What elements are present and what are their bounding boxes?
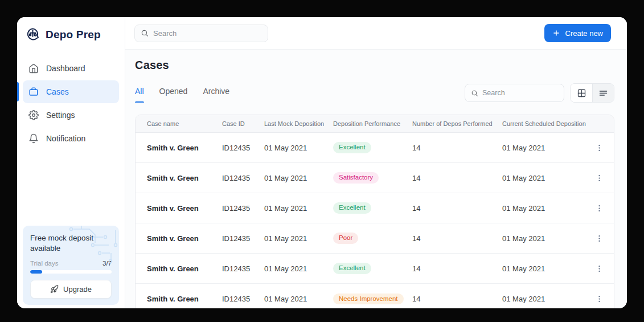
column-header: Last Mock Deposition — [264, 120, 333, 127]
scheduled-cell: 01 May 2021 — [502, 144, 592, 152]
case-id-cell: ID12435 — [222, 174, 264, 182]
tab-opened[interactable]: Opened — [159, 87, 188, 103]
trial-days-label: Trial days — [30, 260, 58, 267]
global-search[interactable] — [134, 25, 268, 42]
kebab-icon — [595, 295, 604, 303]
sidebar-item-label: Settings — [46, 111, 75, 120]
case-id-cell: ID12435 — [222, 144, 264, 152]
create-new-button[interactable]: Create new — [544, 24, 611, 42]
rocket-icon — [50, 285, 59, 294]
kebab-icon — [595, 204, 604, 213]
grid-view-icon — [577, 88, 586, 98]
search-icon — [471, 89, 478, 97]
column-header: Current Scheduled Deposition — [502, 120, 592, 127]
upgrade-button-label: Upgrade — [63, 285, 92, 294]
depos-count-cell: 14 — [412, 204, 502, 213]
depos-count-cell: 14 — [412, 264, 502, 273]
list-view-icon — [598, 88, 608, 98]
column-header: Number of Depos Performed — [412, 120, 502, 127]
create-new-label: Create new — [565, 29, 603, 38]
kebab-icon — [595, 174, 604, 182]
last-mock-cell: 01 May 2021 — [264, 234, 333, 243]
row-menu-button[interactable] — [592, 292, 606, 306]
plus-icon — [552, 29, 560, 37]
tab-archive[interactable]: Archive — [203, 87, 229, 103]
sidebar-item-cases[interactable]: Cases — [23, 80, 119, 103]
row-menu-button[interactable] — [592, 231, 606, 245]
page-title: Cases — [135, 59, 614, 72]
cases-table: Case name Case ID Last Mock Deposition D… — [135, 115, 614, 308]
row-menu-button[interactable] — [592, 141, 606, 154]
table-search-input[interactable] — [482, 89, 558, 97]
trial-card: Free mock deposit available Trial days 3… — [23, 226, 119, 305]
grid-view-button[interactable] — [571, 84, 592, 102]
app-title: Depo Prep — [46, 28, 101, 41]
last-mock-cell: 01 May 2021 — [264, 295, 333, 303]
kebab-icon — [595, 144, 604, 152]
home-icon — [28, 63, 39, 74]
tabs: All Opened Archive — [135, 87, 229, 103]
briefcase-icon — [28, 87, 39, 97]
sidebar-item-notification[interactable]: Notification — [23, 127, 119, 150]
scheduled-cell: 01 May 2021 — [502, 234, 592, 243]
scheduled-cell: 01 May 2021 — [502, 174, 592, 182]
table-search[interactable] — [465, 84, 564, 102]
table-row[interactable]: Smith v. Green ID12435 01 May 2021 Excel… — [136, 254, 614, 284]
row-menu-button[interactable] — [592, 262, 606, 275]
trial-card-title: Free mock deposit available — [30, 233, 104, 254]
bell-icon — [28, 133, 39, 144]
case-name-cell: Smith v. Green — [147, 144, 222, 152]
trial-days-value: 3/7 — [102, 260, 112, 267]
depos-count-cell: 14 — [412, 295, 502, 303]
case-id-cell: ID12435 — [222, 204, 264, 213]
case-name-cell: Smith v. Green — [147, 204, 222, 213]
view-toggle — [570, 83, 614, 103]
sidebar-item-label: Cases — [46, 87, 69, 96]
scheduled-cell: 01 May 2021 — [502, 264, 592, 273]
case-name-cell: Smith v. Green — [147, 234, 222, 243]
depos-count-cell: 14 — [412, 144, 502, 152]
table-row[interactable]: Smith v. Green ID12435 01 May 2021 Excel… — [136, 193, 614, 223]
sidebar-item-label: Dashboard — [46, 64, 85, 73]
tab-all[interactable]: All — [135, 87, 144, 103]
table-row[interactable]: Smith v. Green ID12435 01 May 2021 Needs… — [136, 284, 614, 308]
trial-progress-fill — [30, 270, 42, 274]
sidebar-item-settings[interactable]: Settings — [23, 104, 119, 127]
kebab-icon — [595, 264, 604, 273]
case-name-cell: Smith v. Green — [147, 264, 222, 273]
sidebar-item-dashboard[interactable]: Dashboard — [23, 57, 119, 80]
depos-count-cell: 14 — [412, 234, 502, 243]
trial-progress-track — [30, 270, 112, 274]
case-id-cell: ID12435 — [222, 264, 264, 273]
case-name-cell: Smith v. Green — [147, 174, 222, 182]
row-menu-button[interactable] — [592, 171, 606, 185]
sidebar-item-label: Notification — [46, 134, 85, 143]
last-mock-cell: 01 May 2021 — [264, 264, 333, 273]
gear-icon — [28, 110, 39, 120]
tabs-row: All Opened Archive — [135, 83, 614, 106]
sidebar: Depo Prep Dashboard Cases Settings — [17, 17, 125, 308]
table-row[interactable]: Smith v. Green ID12435 01 May 2021 Satis… — [136, 163, 614, 193]
last-mock-cell: 01 May 2021 — [264, 144, 333, 152]
scheduled-cell: 01 May 2021 — [502, 204, 592, 213]
row-menu-button[interactable] — [592, 201, 606, 215]
last-mock-cell: 01 May 2021 — [264, 204, 333, 213]
scheduled-cell: 01 May 2021 — [502, 295, 592, 303]
list-view-button[interactable] — [592, 84, 614, 102]
global-search-input[interactable] — [153, 29, 262, 38]
logo: Depo Prep — [17, 17, 125, 42]
depo-prep-logo-icon — [25, 27, 40, 42]
performance-badge: Poor — [333, 233, 358, 244]
table-row[interactable]: Smith v. Green ID12435 01 May 2021 Excel… — [136, 133, 614, 163]
topbar: Create new — [125, 17, 627, 50]
table-row[interactable]: Smith v. Green ID12435 01 May 2021 Poor … — [136, 223, 614, 254]
performance-badge: Excellent — [333, 142, 371, 153]
upgrade-button[interactable]: Upgrade — [30, 280, 112, 299]
last-mock-cell: 01 May 2021 — [264, 174, 333, 182]
app-window: Depo Prep Dashboard Cases Settings — [17, 17, 627, 308]
column-header: Deposition Performance — [333, 120, 412, 127]
case-name-cell: Smith v. Green — [147, 295, 222, 303]
performance-badge: Excellent — [333, 202, 371, 214]
performance-badge: Satisfactory — [333, 172, 379, 184]
search-icon — [141, 29, 149, 37]
